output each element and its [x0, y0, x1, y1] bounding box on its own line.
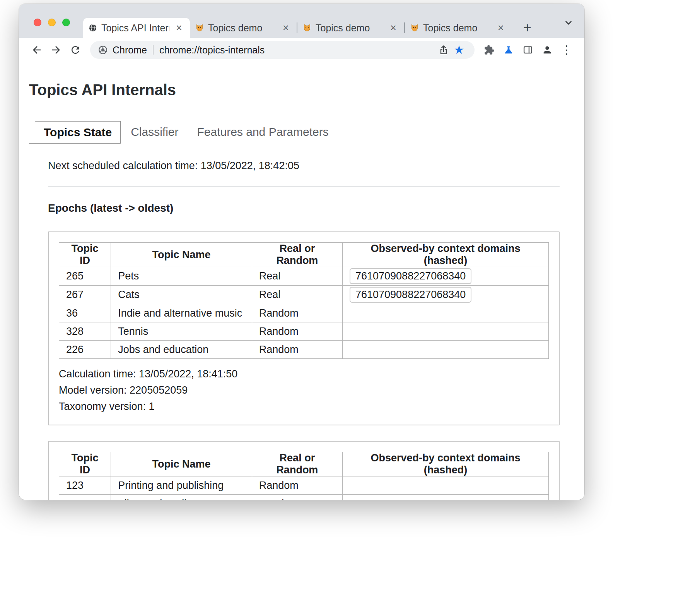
- reload-button[interactable]: [67, 41, 84, 58]
- labs-flask-icon[interactable]: [500, 41, 517, 58]
- table-row: 200 Fibre and textile arts Random: [59, 495, 549, 500]
- extensions-puzzle-icon[interactable]: [481, 41, 498, 58]
- traffic-lights: [34, 19, 70, 26]
- cat-favicon-icon: [195, 24, 204, 32]
- domains-cell: [342, 322, 548, 341]
- model-version: Model version: 2205052059: [59, 382, 549, 398]
- tab-strip: Topics API Intern × Topics demo ×: [19, 4, 584, 38]
- forward-button[interactable]: [48, 41, 65, 58]
- globe-favicon-icon: [89, 24, 97, 32]
- minimize-window-button[interactable]: [48, 19, 56, 26]
- calculation-time: Calculation time: 13/05/2022, 18:41:50: [59, 366, 549, 382]
- domains-cell: [342, 495, 548, 500]
- column-header: Topic ID: [59, 243, 111, 267]
- epochs-heading: Epochs (latest -> oldest): [48, 202, 560, 214]
- cat-favicon-icon: [410, 24, 419, 32]
- topic-name-cell: Cats: [111, 286, 252, 304]
- tab-title: Topics API Intern: [101, 22, 169, 34]
- epoch-table-1: Topic ID Topic Name Real or Random Obser…: [59, 242, 549, 359]
- topic-id-cell: 265: [59, 267, 111, 286]
- tab-close-icon[interactable]: ×: [174, 22, 184, 34]
- topic-id-cell: 123: [59, 476, 111, 495]
- epoch-box-1: Topic ID Topic Name Real or Random Obser…: [48, 231, 560, 425]
- browser-tab-topics-demo-1[interactable]: Topics demo ×: [190, 18, 297, 38]
- next-calculation-time: Next scheduled calculation time: 13/05/2…: [48, 160, 560, 172]
- site-chip-label: Chrome: [113, 45, 147, 56]
- tab-title: Topics demo: [208, 22, 276, 34]
- real-or-random-cell: Random: [252, 495, 342, 500]
- real-or-random-cell: Random: [252, 476, 342, 495]
- epoch-box-2: Topic ID Topic Name Real or Random Obser…: [48, 441, 560, 500]
- hashed-domain-badge: 7610709088227068340: [350, 287, 471, 303]
- table-row: 328 Tennis Random: [59, 322, 549, 341]
- topic-name-cell: Tennis: [111, 322, 252, 341]
- domains-cell: [342, 341, 548, 359]
- tab-list-chevron-down-icon[interactable]: [563, 18, 574, 29]
- column-header: Real or Random: [252, 452, 342, 476]
- table-header-row: Topic ID Topic Name Real or Random Obser…: [59, 243, 549, 267]
- tab-title: Topics demo: [316, 22, 384, 34]
- topic-name-cell: Jobs and education: [111, 341, 252, 359]
- page-content: Topics API Internals Topics State Classi…: [19, 62, 584, 500]
- domains-cell: [342, 476, 548, 495]
- close-window-button[interactable]: [34, 19, 41, 26]
- tab-title: Topics demo: [423, 22, 491, 34]
- share-button[interactable]: [436, 42, 451, 58]
- browser-tab-topics-demo-3[interactable]: Topics demo ×: [405, 18, 512, 38]
- back-button[interactable]: [28, 41, 45, 58]
- taxonomy-version: Taxonomy version: 1: [59, 398, 549, 415]
- epoch-table-2: Topic ID Topic Name Real or Random Obser…: [59, 452, 549, 500]
- real-or-random-cell: Real: [252, 286, 342, 304]
- topic-id-cell: 36: [59, 304, 111, 322]
- browser-window: Topics API Intern × Topics demo ×: [19, 4, 584, 500]
- cat-favicon-icon: [303, 24, 311, 32]
- real-or-random-cell: Random: [252, 304, 342, 322]
- column-header: Real or Random: [252, 243, 342, 267]
- tab-features-and-parameters[interactable]: Features and Parameters: [189, 121, 337, 144]
- table-header-row: Topic ID Topic Name Real or Random Obser…: [59, 452, 549, 476]
- topic-id-cell: 200: [59, 495, 111, 500]
- real-or-random-cell: Random: [252, 322, 342, 341]
- new-tab-button[interactable]: +: [519, 18, 535, 38]
- real-or-random-cell: Random: [252, 341, 342, 359]
- browser-tab-topics-demo-2[interactable]: Topics demo ×: [297, 18, 404, 38]
- address-bar[interactable]: Chrome chrome://topics-internals ★: [90, 41, 475, 59]
- browser-tab-topics-internals[interactable]: Topics API Intern ×: [83, 18, 190, 38]
- tab-close-icon[interactable]: ×: [280, 22, 291, 34]
- column-header: Topic Name: [111, 452, 252, 476]
- chrome-page-icon: [98, 45, 108, 55]
- table-row: 267 Cats Real 7610709088227068340: [59, 286, 549, 304]
- side-panel-icon[interactable]: [519, 41, 536, 58]
- column-header: Observed-by context domains (hashed): [342, 243, 548, 267]
- table-row: 36 Indie and alternative music Random: [59, 304, 549, 322]
- table-row: 226 Jobs and education Random: [59, 341, 549, 359]
- url-text: chrome://topics-internals: [159, 45, 265, 56]
- topic-name-cell: Pets: [111, 267, 252, 286]
- topic-name-cell: Printing and publishing: [111, 476, 252, 495]
- page-tab-bar: Topics State Classifier Features and Par…: [35, 121, 560, 144]
- real-or-random-cell: Real: [252, 267, 342, 286]
- bookmark-star-icon[interactable]: ★: [451, 42, 467, 58]
- domains-cell: 7610709088227068340: [342, 286, 548, 304]
- column-header: Topic ID: [59, 452, 111, 476]
- zoom-window-button[interactable]: [62, 19, 70, 26]
- tab-close-icon[interactable]: ×: [388, 22, 399, 34]
- tab-close-icon[interactable]: ×: [495, 22, 506, 34]
- domains-cell: 7610709088227068340: [342, 267, 548, 286]
- profile-avatar-icon[interactable]: [539, 41, 556, 58]
- epoch-meta: Calculation time: 13/05/2022, 18:41:50 M…: [59, 366, 549, 415]
- topic-name-cell: Indie and alternative music: [111, 304, 252, 322]
- column-header: Topic Name: [111, 243, 252, 267]
- divider: [48, 186, 560, 187]
- topics-state-panel: Next scheduled calculation time: 13/05/2…: [48, 160, 560, 500]
- domains-cell: [342, 304, 548, 322]
- tab-classifier[interactable]: Classifier: [122, 121, 187, 144]
- topic-name-cell: Fibre and textile arts: [111, 495, 252, 500]
- page-title: Topics API Internals: [29, 81, 560, 99]
- tab-topics-state[interactable]: Topics State: [35, 121, 121, 144]
- table-row: 123 Printing and publishing Random: [59, 476, 549, 495]
- omnibox-separator: [153, 45, 154, 55]
- browser-toolbar: Chrome chrome://topics-internals ★: [19, 38, 584, 62]
- browser-menu-dots-icon[interactable]: ⋮: [558, 41, 575, 58]
- tabs-container: Topics API Intern × Topics demo ×: [83, 4, 535, 38]
